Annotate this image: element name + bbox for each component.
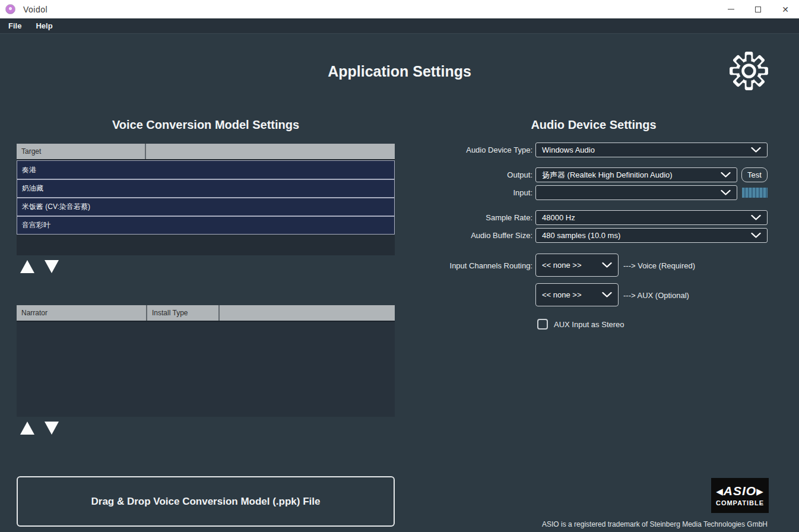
table-row[interactable]: 奶油藏 (17, 179, 395, 198)
narrator-column-header-empty (220, 305, 395, 321)
model-settings-title: Voice Conversion Model Settings (17, 118, 395, 132)
narrator-table-header: Narrator Install Type (17, 305, 395, 322)
chevron-down-icon (751, 145, 761, 154)
chevron-down-icon (602, 261, 612, 270)
aux-routing-target: ---> AUX (Optional) (623, 291, 689, 300)
app-logo-icon (5, 4, 15, 14)
buffer-size-dropdown[interactable]: 480 samples (10.0 ms) (535, 228, 768, 243)
asio-subtitle: COMPATIBLE (716, 499, 764, 506)
titlebar: Voidol ✕ (0, 0, 799, 18)
asio-compatible-badge: ◀ASIO▶ COMPATIBLE (711, 478, 769, 513)
input-dropdown[interactable] (535, 185, 737, 200)
buffer-size-value: 480 samples (10.0 ms) (542, 231, 746, 240)
device-type-value: Windows Audio (542, 145, 746, 154)
menu-help[interactable]: Help (30, 21, 58, 30)
test-button[interactable]: Test (741, 167, 768, 182)
menu-file[interactable]: File (2, 21, 27, 30)
output-dropdown[interactable]: 扬声器 (Realtek High Definition Audio) (535, 167, 737, 182)
close-button[interactable]: ✕ (772, 0, 799, 18)
page-title: Application Settings (221, 63, 578, 80)
voice-routing-dropdown[interactable]: << none >> (535, 254, 619, 277)
window-title: Voidol (23, 5, 47, 14)
maximize-button[interactable] (744, 0, 772, 18)
move-down-button[interactable] (45, 260, 59, 273)
asio-left-arrow-icon: ◀ (716, 486, 724, 496)
narrator-column-header[interactable]: Narrator (17, 305, 147, 321)
output-value: 扬声器 (Realtek High Definition Audio) (542, 170, 716, 180)
table-row[interactable]: 米饭酱 (CV:染音若蔡) (17, 197, 395, 216)
chevron-down-icon (751, 231, 761, 240)
narrator-model-table: Narrator Install Type (17, 305, 395, 417)
routing-label: Input Channels Routing: (390, 261, 532, 270)
asio-logo: ◀ASIO▶ (716, 484, 763, 497)
window-controls: ✕ (717, 0, 799, 18)
input-label: Input: (390, 188, 532, 197)
aux-routing-value: << none >> (542, 290, 597, 299)
target-reorder-arrows (20, 260, 59, 273)
voidol-window: Voidol ✕ File Help Application Settings (0, 0, 799, 532)
buffer-size-label: Audio Buffer Size: (390, 231, 532, 240)
input-level-meter (742, 188, 768, 198)
voice-routing-target: ---> Voice (Required) (623, 261, 695, 270)
aux-stereo-checkbox[interactable] (537, 319, 548, 330)
sample-rate-label: Sample Rate: (390, 213, 532, 222)
settings-gear-icon[interactable] (729, 51, 769, 93)
aux-stereo-label: AUX Input as Stereo (554, 320, 624, 329)
table-row[interactable]: 音宫彩叶 (17, 216, 395, 235)
asio-right-arrow-icon: ▶ (756, 486, 764, 496)
target-model-table: Target 奏港 奶油藏 米饭酱 (CV:染音若蔡) 音宫彩叶 (17, 144, 395, 255)
close-icon: ✕ (782, 5, 789, 14)
voice-routing-value: << none >> (542, 261, 597, 270)
chevron-down-icon (721, 188, 731, 197)
target-table-rows: 奏港 奶油藏 米饭酱 (CV:染音若蔡) 音宫彩叶 (17, 160, 395, 235)
move-up-button[interactable] (20, 422, 34, 435)
sample-rate-value: 48000 Hz (542, 213, 746, 222)
dropzone-label: Drag & Drop Voice Conversion Model (.ppk… (91, 496, 320, 508)
minimize-button[interactable] (717, 0, 744, 18)
chevron-down-icon (751, 213, 761, 222)
target-table-header: Target (17, 144, 395, 160)
device-type-label: Audio Device Type: (390, 145, 532, 154)
minimize-icon (728, 9, 734, 10)
aux-routing-dropdown[interactable]: << none >> (535, 283, 619, 306)
maximize-icon (755, 7, 761, 12)
output-label: Output: (390, 170, 532, 179)
menubar: File Help (0, 18, 799, 34)
sample-rate-dropdown[interactable]: 48000 Hz (535, 210, 768, 225)
device-type-dropdown[interactable]: Windows Audio (535, 142, 768, 157)
asio-trademark-text: ASIO is a registered trademark of Steinb… (542, 520, 768, 528)
target-column-header-empty (146, 144, 395, 159)
target-column-header[interactable]: Target (17, 144, 146, 159)
chevron-down-icon (602, 290, 612, 299)
chevron-down-icon (721, 170, 731, 179)
audio-settings-title: Audio Device Settings (416, 118, 772, 132)
install-type-column-header[interactable]: Install Type (147, 305, 220, 321)
model-dropzone[interactable]: Drag & Drop Voice Conversion Model (.ppk… (17, 476, 395, 527)
move-down-button[interactable] (45, 422, 59, 435)
move-up-button[interactable] (20, 260, 34, 273)
table-row[interactable]: 奏港 (17, 160, 395, 179)
narrator-reorder-arrows (20, 422, 59, 435)
